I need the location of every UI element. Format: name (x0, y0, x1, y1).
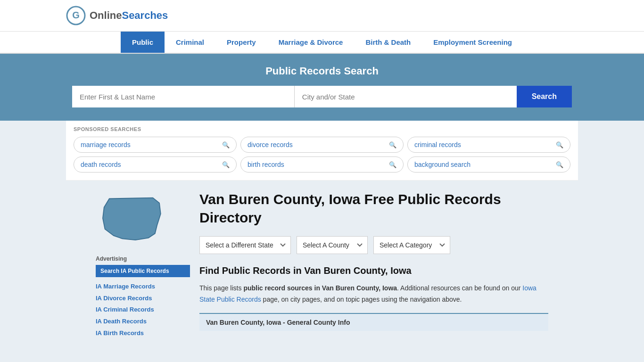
sponsored-tag-divorce[interactable]: divorce records 🔍 (240, 137, 404, 153)
sponsored-grid: marriage records 🔍 divorce records 🔍 cri… (74, 137, 570, 173)
sidebar-link-criminal[interactable]: IA Criminal Records (96, 304, 190, 316)
iowa-map-icon (96, 190, 166, 247)
sponsored-tag-label: background search (414, 161, 471, 168)
find-public-records-title: Find Public Records in Van Buren County,… (199, 265, 548, 276)
main-navigation: Public Criminal Property Marriage & Divo… (0, 32, 644, 54)
nav-employment[interactable]: Employment Screening (422, 32, 523, 53)
sponsored-tag-death[interactable]: death records 🔍 (74, 156, 237, 173)
sidebar-link-birth[interactable]: IA Birth Records (96, 328, 190, 339)
dropdowns-row: Select a Different State Select A County… (199, 236, 548, 254)
sidebar-link-death[interactable]: IA Death Records (96, 316, 190, 328)
nav-property[interactable]: Property (215, 32, 267, 53)
description-bold: public record sources in Van Buren Count… (243, 284, 397, 292)
state-dropdown[interactable]: Select a Different State (199, 236, 291, 254)
state-map-area (96, 190, 190, 248)
name-search-input[interactable] (72, 86, 295, 107)
sidebar-link-divorce[interactable]: IA Divorce Records (96, 293, 190, 304)
description-part2: . Additional resources can be found on o… (397, 284, 522, 292)
description-part1: This page lists (199, 284, 243, 292)
county-info-bar: Van Buren County, Iowa - General County … (199, 313, 548, 331)
search-icon: 🔍 (222, 141, 230, 148)
logo-text: OnlineSearches (90, 9, 168, 22)
sponsored-tag-label: criminal records (414, 141, 461, 148)
sponsored-tag-label: marriage records (81, 141, 131, 148)
hero-title: Public Records Search (66, 65, 578, 77)
search-row: Search (72, 86, 572, 107)
search-button[interactable]: Search (517, 86, 572, 107)
nav-marriage-divorce[interactable]: Marriage & Divorce (267, 32, 355, 53)
advertising-label: Advertising (96, 255, 190, 262)
nav-criminal[interactable]: Criminal (165, 32, 215, 53)
search-icon: 🔍 (556, 141, 563, 148)
sidebar: Advertising Search IA Public Records IA … (96, 190, 190, 339)
sponsored-tag-marriage[interactable]: marriage records 🔍 (74, 137, 237, 153)
search-ia-button[interactable]: Search IA Public Records (96, 265, 190, 277)
content-area: Advertising Search IA Public Records IA … (30, 181, 614, 348)
description-part3: page, on city pages, and on topic pages … (261, 296, 462, 303)
sponsored-label: Sponsored Searches (74, 126, 570, 132)
category-dropdown[interactable]: Select A Category (373, 236, 450, 254)
search-icon: 🔍 (389, 161, 396, 168)
sponsored-tag-label: birth records (248, 161, 284, 168)
sponsored-tag-label: death records (81, 161, 121, 168)
sponsored-tag-label: divorce records (248, 141, 293, 148)
nav-public[interactable]: Public (121, 32, 165, 53)
logo-icon: G (66, 6, 86, 25)
svg-text:G: G (72, 10, 80, 20)
sidebar-link-marriage[interactable]: IA Marriage Records (96, 281, 190, 293)
search-icon: 🔍 (389, 141, 396, 148)
county-title: Van Buren County, Iowa Free Public Recor… (199, 190, 548, 227)
description-text: This page lists public record sources in… (199, 283, 548, 305)
county-dropdown[interactable]: Select A County (297, 236, 368, 254)
logo-link[interactable]: G OnlineSearches (66, 6, 168, 25)
sponsored-section: Sponsored Searches marriage records 🔍 di… (66, 121, 578, 181)
site-header: G OnlineSearches (0, 0, 644, 32)
nav-birth-death[interactable]: Birth & Death (354, 32, 422, 53)
search-icon: 🔍 (222, 161, 230, 168)
sponsored-tag-background[interactable]: background search 🔍 (407, 156, 570, 173)
sponsored-tag-criminal[interactable]: criminal records 🔍 (407, 137, 570, 153)
location-search-input[interactable] (295, 86, 517, 107)
hero-banner: Public Records Search Search (0, 54, 644, 121)
sponsored-tag-birth[interactable]: birth records 🔍 (240, 156, 404, 173)
search-icon: 🔍 (556, 161, 563, 168)
main-content: Van Buren County, Iowa Free Public Recor… (199, 190, 548, 339)
